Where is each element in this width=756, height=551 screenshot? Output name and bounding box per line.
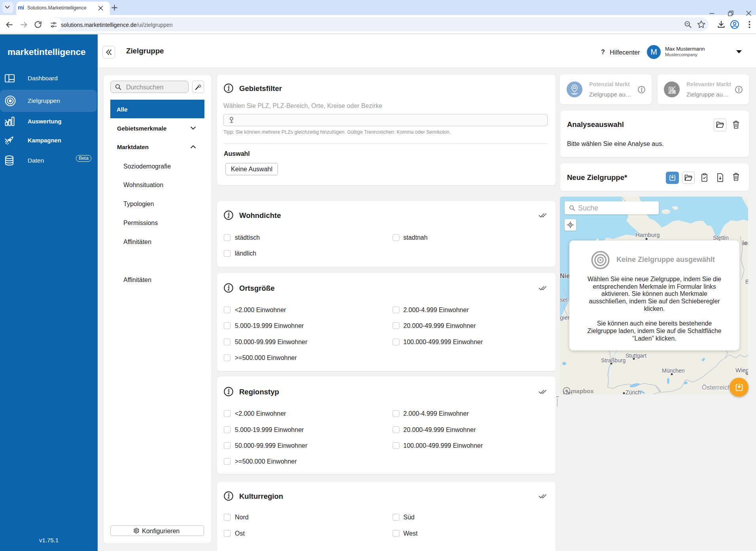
svg-text:mapbox: mapbox [571,388,594,394]
